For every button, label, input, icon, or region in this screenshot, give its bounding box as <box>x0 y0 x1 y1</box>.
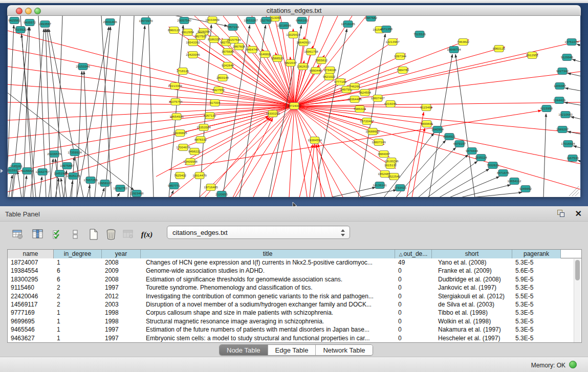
select-all-button[interactable] <box>50 227 65 242</box>
network-node[interactable]: 13325419 <box>286 32 300 38</box>
vertical-scrollbar[interactable] <box>574 259 581 342</box>
column-header-title[interactable]: title <box>141 250 395 258</box>
network-node[interactable]: 8958921 <box>443 134 456 140</box>
column-header-name[interactable]: name <box>8 250 54 258</box>
network-node[interactable]: 7955812 <box>315 57 328 64</box>
network-node[interactable]: 9146821 <box>259 51 272 58</box>
tab-node-table[interactable]: Node Table <box>220 345 268 356</box>
column-header-year[interactable]: year <box>102 250 141 258</box>
network-node[interactable]: 10975887 <box>60 163 74 169</box>
network-node[interactable]: 746266 <box>350 83 360 90</box>
network-node[interactable]: 19218596 <box>277 23 291 29</box>
network-node[interactable]: 7484783 <box>397 67 409 74</box>
network-node[interactable]: 6679197 <box>453 141 466 147</box>
network-node[interactable]: 9425561 <box>8 17 21 24</box>
network-node[interactable]: 7857224 <box>227 24 239 31</box>
network-node[interactable]: 1362615 <box>297 63 310 70</box>
network-node[interactable]: 9242848 <box>222 62 234 69</box>
network-node[interactable]: 8215958 <box>540 105 553 112</box>
table-row[interactable]: 946362711997Embryonic stem cells: a mode… <box>8 334 581 342</box>
network-node[interactable]: 3915910 <box>8 167 19 174</box>
network-node[interactable]: 2687682 <box>365 16 378 21</box>
column-header-in_degree[interactable]: in_degree <box>54 250 102 258</box>
network-node[interactable]: 2493557 <box>39 21 52 28</box>
network-node[interactable]: 2522545 <box>388 173 401 180</box>
network-node[interactable]: 9129946 <box>561 54 574 61</box>
network-node[interactable]: 2867608 <box>233 43 246 50</box>
network-node[interactable]: 7515520 <box>14 27 27 33</box>
column-header-pagerank[interactable]: pagerank <box>512 250 561 258</box>
network-node[interactable]: 9699695 <box>421 121 433 127</box>
new-file-button[interactable] <box>86 227 101 242</box>
network-node[interactable]: 1244419 <box>553 97 566 104</box>
network-node[interactable]: 12409948 <box>183 159 198 165</box>
network-node[interactable]: 8912951 <box>526 52 539 59</box>
network-node[interactable]: 11075754 <box>168 99 183 105</box>
column-header-short[interactable]: short <box>432 250 512 258</box>
network-node[interactable]: 917004 <box>210 100 221 106</box>
network-node[interactable]: 16640910 <box>296 39 311 46</box>
network-node[interactable]: 1588520 <box>271 55 284 62</box>
float-window-icon[interactable] <box>557 210 565 218</box>
network-node[interactable]: 3624554 <box>359 90 372 96</box>
network-node[interactable]: 8960125 <box>493 46 506 52</box>
network-node[interactable]: 19166825 <box>173 130 187 137</box>
memory-ok-indicator[interactable] <box>569 361 577 368</box>
network-node[interactable]: 1615132 <box>384 162 397 169</box>
network-node[interactable]: 7986322 <box>354 106 366 113</box>
network-node[interactable]: 11923468 <box>129 190 144 197</box>
network-node[interactable]: 9115460 <box>420 104 432 111</box>
network-node[interactable]: 10719185 <box>341 21 355 28</box>
network-node[interactable]: 9827502 <box>194 33 207 40</box>
network-node[interactable]: 20153346 <box>76 63 90 70</box>
network-node[interactable]: 10653287 <box>244 17 258 24</box>
network-node[interactable]: 9857771 <box>168 183 181 189</box>
network-node[interactable]: 19716485 <box>204 184 218 191</box>
network-node[interactable]: 2803144 <box>216 75 229 81</box>
network-node[interactable]: 9777169 <box>334 79 347 85</box>
network-node[interactable]: 1640954 <box>431 126 444 133</box>
delete-trash-button[interactable] <box>103 227 119 242</box>
network-node[interactable]: 1527602 <box>260 17 273 24</box>
network-node[interactable]: 1209387 <box>554 83 567 90</box>
table-row[interactable]: 1456911722003Disruption of a novel membe… <box>8 300 581 309</box>
network-node[interactable]: 19384554 <box>308 137 322 144</box>
network-node[interactable]: 7463822 <box>457 39 470 46</box>
tab-edge-table[interactable]: Edge Table <box>268 345 316 356</box>
network-node[interactable]: 9227342 <box>556 68 569 75</box>
network-node[interactable]: 9498222 <box>188 148 201 155</box>
network-node[interactable]: 8454749 <box>246 47 259 53</box>
column-edit-button[interactable] <box>30 227 46 242</box>
network-node[interactable]: 1589297 <box>556 126 569 133</box>
network-node[interactable]: 2718126 <box>177 68 189 75</box>
table-row[interactable]: 977716911998Corpus callosum shape and si… <box>8 309 581 317</box>
network-node[interactable]: 20691406 <box>103 19 117 26</box>
network-node[interactable]: 6734028 <box>324 67 337 74</box>
network-node[interactable]: 8427552 <box>212 87 225 94</box>
network-node[interactable]: 8912954 <box>182 29 194 36</box>
network-node[interactable]: 2935114 <box>475 155 487 161</box>
network-node[interactable]: 1145194 <box>54 170 66 177</box>
network-node[interactable]: 8878332 <box>194 137 207 143</box>
function-builder-button[interactable]: f(x) <box>139 227 155 242</box>
network-node[interactable]: 7932621 <box>487 162 499 169</box>
network-node[interactable]: 16914479 <box>192 172 207 179</box>
network-node[interactable]: 8471676 <box>497 170 510 177</box>
network-node[interactable]: 16543392 <box>186 39 200 46</box>
network-node[interactable]: 1097344 <box>394 53 407 60</box>
network-node[interactable]: 9245652 <box>519 186 532 192</box>
network-node[interactable]: 15353584 <box>197 124 211 131</box>
network-node[interactable]: 8960123 <box>168 27 181 34</box>
network-node[interactable]: 8267130 <box>204 113 216 119</box>
network-node[interactable]: 20206576 <box>47 151 61 158</box>
network-node[interactable]: 16782753 <box>113 185 127 192</box>
network-node[interactable]: 6466160 <box>296 17 309 24</box>
network-canvas[interactable]: 1872400718300295193845549115460969969589… <box>8 16 580 197</box>
scrollbar-thumb[interactable] <box>575 260 580 280</box>
deselect-all-button[interactable] <box>68 227 83 242</box>
network-node[interactable]: 1115682 <box>21 168 33 174</box>
network-node[interactable]: 10958107 <box>98 180 112 187</box>
table-settings-button[interactable] <box>10 227 26 242</box>
table-selector-dropdown[interactable]: citations_edges.txt <box>167 226 350 239</box>
network-node[interactable]: 16210643 <box>558 112 573 118</box>
